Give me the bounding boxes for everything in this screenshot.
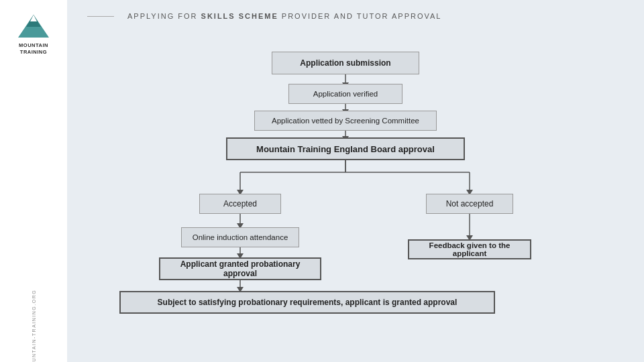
- sidebar-url: WWW.MOUNTAIN-TRAINING.ORG: [32, 290, 36, 362]
- application-submission-box: Application submission: [272, 52, 419, 74]
- probationary-approval-box: Applicant granted probationary approval: [159, 257, 321, 280]
- flowchart: Application submission Application verif…: [67, 23, 644, 345]
- header: APPLYING FOR SKILLS SCHEME PROVIDER AND …: [67, 0, 644, 20]
- logo: MOUNTAIN TRAINING: [17, 12, 50, 56]
- final-approval-box: Subject to satisfying probationary requi…: [119, 291, 495, 314]
- application-vetted-box: Application vetted by Screening Committe…: [254, 111, 437, 131]
- accepted-box: Accepted: [199, 194, 281, 214]
- svg-marker-2: [30, 15, 37, 21]
- header-line: [87, 16, 114, 17]
- online-induction-box: Online induction attendance: [181, 227, 299, 247]
- logo-text: MOUNTAIN TRAINING: [19, 42, 48, 56]
- feedback-box: Feedback given to the applicant: [408, 239, 531, 259]
- header-title: APPLYING FOR SKILLS SCHEME PROVIDER AND …: [127, 12, 441, 20]
- logo-icon: [17, 12, 50, 40]
- application-verified-box: Application verified: [288, 84, 402, 104]
- board-approval-box: Mountain Training England Board approval: [226, 137, 465, 160]
- sidebar: MOUNTAIN TRAINING WWW.MOUNTAIN-TRAINING.…: [0, 0, 67, 362]
- not-accepted-box: Not accepted: [426, 194, 513, 214]
- main-content: APPLYING FOR SKILLS SCHEME PROVIDER AND …: [67, 0, 644, 362]
